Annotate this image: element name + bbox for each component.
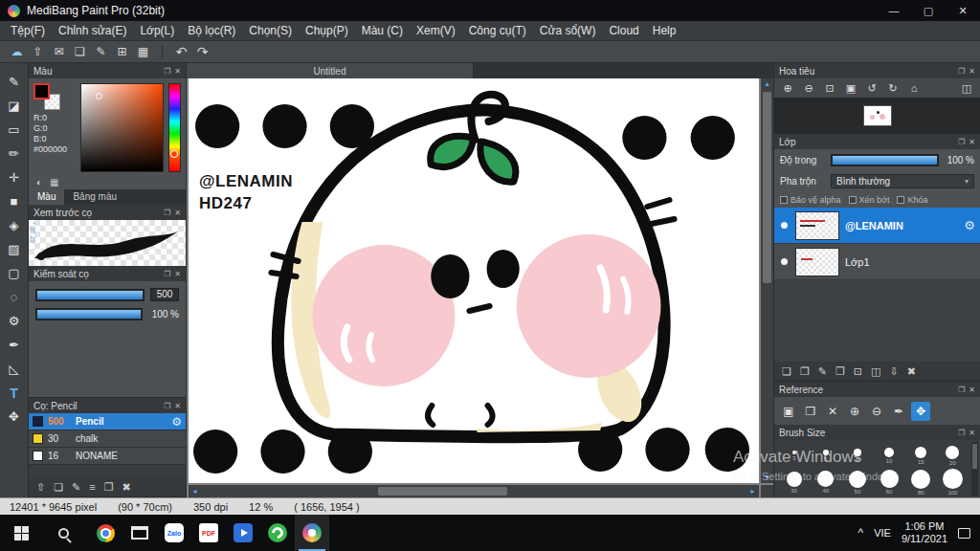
fit-view-icon[interactable]: ⊡	[820, 82, 839, 95]
rotate-right-icon[interactable]: ↻	[883, 82, 902, 95]
maximize-button[interactable]: ▢	[911, 0, 946, 21]
scroll-left-icon[interactable]: ◂	[189, 486, 201, 497]
brush-size-option[interactable]: 60	[874, 469, 905, 496]
taskbar-clock[interactable]: 1:06 PM 9/11/2021	[902, 520, 947, 545]
edit-brush-icon[interactable]: ✎	[72, 481, 80, 494]
duplicate-layer-icon[interactable]: ❐	[800, 365, 810, 378]
action-center-icon[interactable]	[958, 528, 970, 539]
menu-item-layer[interactable]: Lớp(L)	[133, 21, 181, 41]
lock-checkbox[interactable]: Khóa	[897, 195, 927, 205]
scroll-down-icon[interactable]: ▾	[761, 472, 773, 483]
rotate-left-icon[interactable]: ↺	[862, 82, 881, 95]
tab-color[interactable]: Màu	[29, 189, 64, 205]
zoom-out-icon[interactable]: ⊖	[799, 82, 818, 95]
clear-reference-icon[interactable]: ✕	[823, 402, 842, 421]
select-tool[interactable]: ▢	[5, 264, 24, 282]
brush-size-option[interactable]: 100	[937, 469, 969, 496]
brush-opacity-slider[interactable]	[35, 308, 143, 320]
close-panel-icon[interactable]: ✕	[969, 429, 975, 437]
menu-item-cloud[interactable]: Cloud	[602, 21, 645, 41]
start-button[interactable]	[0, 515, 42, 551]
layer-row-lop1[interactable]: Lớp1	[774, 244, 980, 280]
menu-item-window[interactable]: Cửa sổ(W)	[533, 21, 603, 41]
menu-item-filter[interactable]: Bộ lọc(R)	[181, 21, 242, 41]
cloud-save-icon[interactable]: ☁	[8, 43, 26, 60]
new-folder-icon[interactable]: ❒	[835, 365, 845, 378]
brush-size-option[interactable]: 80	[905, 469, 937, 496]
brush-size-option[interactable]: 10	[874, 442, 905, 469]
menu-item-color[interactable]: Màu (C)	[355, 21, 410, 41]
menu-item-tools[interactable]: Công cụ(T)	[462, 21, 533, 41]
move-tool[interactable]: ✛	[5, 168, 24, 187]
brush-size-option[interactable]: 5	[810, 442, 841, 469]
layer-opacity-slider[interactable]	[831, 154, 939, 166]
close-panel-icon[interactable]: ✕	[174, 67, 181, 76]
rename-layer-icon[interactable]: ✎	[818, 365, 827, 378]
undo-icon[interactable]: ↶	[172, 43, 190, 60]
close-panel-icon[interactable]: ✕	[174, 209, 181, 217]
navigator-thumbnail[interactable]	[863, 105, 892, 126]
brush-size-slider[interactable]	[35, 289, 145, 301]
minimize-button[interactable]: —	[877, 0, 911, 21]
operation-tool[interactable]: ⚙	[5, 312, 24, 330]
brush-size-option[interactable]: 15	[905, 442, 937, 469]
layer-visibility-toggle[interactable]	[781, 258, 788, 265]
fill-tool[interactable]: ■	[5, 192, 24, 210]
vertical-scrollbar[interactable]: ▴ ▾	[761, 78, 773, 483]
close-panel-icon[interactable]: ✕	[969, 67, 975, 76]
export-icon[interactable]: ⇧	[29, 43, 47, 60]
lasso-tool[interactable]: ◌	[5, 288, 24, 306]
tray-expand-icon[interactable]: ^	[858, 526, 864, 540]
eyedropper-tool[interactable]: ✒	[5, 336, 24, 354]
delete-layer-icon[interactable]: ✖	[907, 365, 916, 378]
color-grid-icon[interactable]: ▦	[50, 177, 58, 187]
hand-tool[interactable]: ✥	[5, 408, 24, 426]
menu-item-help[interactable]: Help	[646, 21, 683, 41]
float-panel-icon[interactable]: ❐	[958, 429, 965, 437]
new-layer-icon[interactable]: ❏	[782, 365, 791, 378]
brush-size-option[interactable]: 20	[937, 442, 969, 469]
file-explorer-app-button[interactable]	[122, 515, 157, 551]
float-panel-icon[interactable]: ❐	[958, 67, 965, 76]
brush-size-value[interactable]: 500	[150, 288, 179, 301]
new-doc-icon[interactable]: ❏	[71, 43, 89, 60]
canvas[interactable]: @LENAMIN HD247	[189, 78, 759, 483]
text-tool[interactable]: T	[5, 384, 24, 402]
layer-settings-gear-icon[interactable]: ⚙	[964, 218, 975, 232]
zoom-in-icon[interactable]: ⊕	[778, 82, 797, 95]
gradient-tool[interactable]: ▨	[5, 240, 24, 258]
bucket-tool[interactable]: ◈	[5, 216, 24, 234]
sv-cursor[interactable]	[96, 93, 102, 99]
coccoc-app-button[interactable]	[260, 515, 295, 551]
flip-view-icon[interactable]: ◫	[957, 82, 976, 95]
tab-palette[interactable]: Bảng màu	[64, 189, 125, 205]
close-panel-icon[interactable]: ✕	[174, 402, 181, 410]
brush-size-option[interactable]: 40	[810, 469, 841, 496]
foreground-color-swatch[interactable]	[33, 83, 50, 99]
close-button[interactable]: ✕	[946, 0, 980, 21]
vertical-scroll-thumb[interactable]	[763, 92, 771, 283]
medibang-app-button[interactable]	[295, 515, 329, 551]
close-panel-icon[interactable]: ✕	[174, 270, 181, 278]
menu-item-select[interactable]: Chọn(S)	[242, 21, 299, 41]
brush-folder-icon[interactable]: ❒	[104, 481, 114, 494]
zalo-app-button[interactable]: Zalo	[157, 515, 191, 551]
delete-brush-icon[interactable]: ✖	[122, 481, 131, 494]
actual-size-icon[interactable]: ▣	[841, 82, 860, 95]
reference-eyedropper-icon[interactable]: ✒	[889, 402, 908, 421]
horizontal-scrollbar[interactable]: ◂ ▸	[189, 485, 759, 497]
close-panel-icon[interactable]: ✕	[969, 386, 975, 394]
layer-row-lenamin[interactable]: @LENAMIN ⚙	[774, 208, 980, 244]
brush-size-option[interactable]: 3	[778, 442, 810, 469]
saturation-value-picker[interactable]	[80, 83, 164, 172]
brush-size-option[interactable]: 30	[778, 469, 810, 496]
language-indicator[interactable]: VIE	[874, 527, 891, 539]
reference-zoom-in-icon[interactable]: ⊕	[845, 402, 864, 421]
taskbar-search-button[interactable]	[42, 515, 84, 551]
edit-doc-icon[interactable]: ✎	[92, 43, 110, 60]
upload-brush-icon[interactable]: ⇧	[36, 481, 45, 494]
brush-item-noname[interactable]: 16 NONAME	[29, 448, 186, 465]
float-panel-icon[interactable]: ❐	[958, 386, 965, 394]
brush-size-scroll-thumb[interactable]	[972, 444, 977, 469]
blend-mode-select[interactable]: Bình thường ▾	[831, 174, 974, 188]
